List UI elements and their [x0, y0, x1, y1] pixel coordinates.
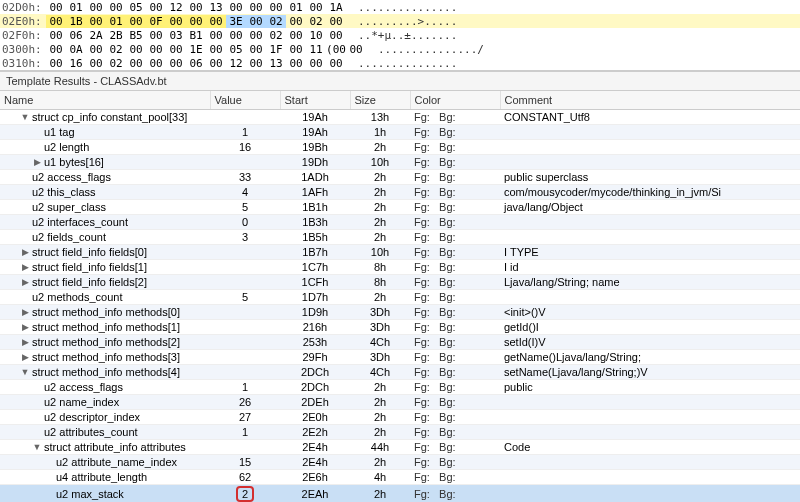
hex-byte[interactable]: 00: [346, 43, 366, 56]
hex-byte[interactable]: 00: [286, 29, 306, 42]
hex-byte[interactable]: 00: [46, 57, 66, 70]
hex-byte[interactable]: 1A: [326, 1, 346, 14]
hex-byte[interactable]: 12: [166, 1, 186, 14]
hex-byte[interactable]: 00: [86, 15, 106, 28]
hex-byte[interactable]: 05: [226, 43, 246, 56]
hex-byte[interactable]: 00: [146, 29, 166, 42]
hex-byte[interactable]: 00: [226, 1, 246, 14]
table-row[interactable]: u2 descriptor_index272E0h2hFg: Bg:: [0, 410, 800, 425]
col-header-name[interactable]: Name: [0, 91, 210, 110]
table-row[interactable]: ▼struct attribute_info attributes2E4h44h…: [0, 440, 800, 455]
hex-byte[interactable]: 1B: [66, 15, 86, 28]
hex-byte[interactable]: 1F: [266, 43, 286, 56]
table-row[interactable]: ▶struct field_info fields[1]1C7h8hFg: Bg…: [0, 260, 800, 275]
hex-byte[interactable]: 00: [186, 15, 206, 28]
hex-byte[interactable]: 1E: [186, 43, 206, 56]
table-row[interactable]: u2 access_flags331ADh2hFg: Bg:public sup…: [0, 170, 800, 185]
hex-byte[interactable]: 00: [86, 1, 106, 14]
table-row[interactable]: u2 attributes_count12E2h2hFg: Bg:: [0, 425, 800, 440]
template-results-table[interactable]: Name Value Start Size Color Comment ▼str…: [0, 91, 800, 502]
hex-byte[interactable]: 00: [166, 57, 186, 70]
hex-byte[interactable]: B5: [126, 29, 146, 42]
hex-byte[interactable]: 00: [206, 43, 226, 56]
table-row[interactable]: u2 access_flags12DCh2hFg: Bg:public: [0, 380, 800, 395]
hex-byte[interactable]: 00: [326, 29, 346, 42]
hex-row[interactable]: 02D0h:00010000050012001300000001001A....…: [0, 0, 800, 14]
disclosure-toggle[interactable]: ▶: [20, 322, 30, 332]
hex-byte[interactable]: 12: [226, 57, 246, 70]
hex-byte[interactable]: 00: [86, 57, 106, 70]
hex-byte[interactable]: B1: [186, 29, 206, 42]
col-header-comment[interactable]: Comment: [500, 91, 800, 110]
hex-byte[interactable]: 02: [306, 15, 326, 28]
hex-byte[interactable]: 01: [286, 1, 306, 14]
table-row[interactable]: ▶struct method_info methods[1]216h3DhFg:…: [0, 320, 800, 335]
disclosure-toggle[interactable]: ▶: [20, 352, 30, 362]
hex-row[interactable]: 02E0h:001B0001000F0000003E0002000200....…: [0, 14, 800, 28]
hex-byte[interactable]: 00: [326, 57, 346, 70]
disclosure-toggle[interactable]: ▼: [20, 367, 30, 377]
table-row[interactable]: u4 attribute_length622E6h4hFg: Bg:: [0, 470, 800, 485]
hex-viewer[interactable]: 02D0h:00010000050012001300000001001A....…: [0, 0, 800, 71]
table-row[interactable]: u1 tag119Ah1hFg: Bg:: [0, 125, 800, 140]
hex-byte[interactable]: 00: [246, 43, 266, 56]
hex-byte[interactable]: 0A: [66, 43, 86, 56]
col-header-color[interactable]: Color: [410, 91, 500, 110]
disclosure-toggle[interactable]: ▶: [20, 247, 30, 257]
disclosure-toggle[interactable]: ▼: [32, 442, 42, 452]
hex-byte[interactable]: 3E: [226, 15, 246, 28]
hex-byte[interactable]: 2A: [86, 29, 106, 42]
hex-byte[interactable]: 00: [146, 57, 166, 70]
hex-byte[interactable]: 00: [286, 43, 306, 56]
hex-byte[interactable]: 00: [146, 43, 166, 56]
hex-byte[interactable]: (00: [326, 43, 346, 56]
hex-byte[interactable]: 00: [306, 57, 326, 70]
hex-byte[interactable]: 00: [166, 43, 186, 56]
disclosure-toggle[interactable]: ▶: [20, 307, 30, 317]
hex-byte[interactable]: 00: [186, 1, 206, 14]
hex-byte[interactable]: 03: [166, 29, 186, 42]
table-row[interactable]: ▶struct field_info fields[2]1CFh8hFg: Bg…: [0, 275, 800, 290]
table-row[interactable]: ▼struct method_info methods[4]2DCh4ChFg:…: [0, 365, 800, 380]
disclosure-toggle[interactable]: ▼: [20, 112, 30, 122]
hex-byte[interactable]: 06: [66, 29, 86, 42]
table-row[interactable]: u2 name_index262DEh2hFg: Bg:: [0, 395, 800, 410]
table-row[interactable]: ▶struct method_info methods[2]253h4ChFg:…: [0, 335, 800, 350]
hex-byte[interactable]: 00: [206, 15, 226, 28]
hex-byte[interactable]: 00: [126, 57, 146, 70]
hex-row[interactable]: 0300h:000A00020000001E0005001F0011(0000.…: [0, 42, 800, 56]
table-row[interactable]: ▶struct method_info methods[3]29Fh3DhFg:…: [0, 350, 800, 365]
hex-byte[interactable]: 00: [206, 57, 226, 70]
hex-byte[interactable]: 00: [246, 15, 266, 28]
hex-byte[interactable]: 05: [126, 1, 146, 14]
table-row[interactable]: u2 super_class51B1h2hFg: Bg:java/lang/Ob…: [0, 200, 800, 215]
table-row[interactable]: ▼struct cp_info constant_pool[33]19Ah13h…: [0, 110, 800, 125]
disclosure-toggle[interactable]: ▶: [20, 262, 30, 272]
hex-byte[interactable]: 00: [46, 15, 66, 28]
hex-byte[interactable]: 00: [86, 43, 106, 56]
hex-byte[interactable]: 06: [186, 57, 206, 70]
hex-byte[interactable]: 00: [226, 29, 246, 42]
hex-byte[interactable]: 00: [306, 1, 326, 14]
hex-byte[interactable]: 00: [326, 15, 346, 28]
hex-row[interactable]: 0310h:001600020000000600120013000000....…: [0, 56, 800, 70]
hex-byte[interactable]: 00: [146, 1, 166, 14]
hex-byte[interactable]: 13: [206, 1, 226, 14]
hex-byte[interactable]: 02: [266, 15, 286, 28]
table-row[interactable]: u2 fields_count31B5h2hFg: Bg:: [0, 230, 800, 245]
hex-byte[interactable]: 00: [286, 15, 306, 28]
table-row[interactable]: ▶struct method_info methods[0]1D9h3DhFg:…: [0, 305, 800, 320]
hex-byte[interactable]: 16: [66, 57, 86, 70]
table-row[interactable]: u2 attribute_name_index152E4h2hFg: Bg:: [0, 455, 800, 470]
col-header-size[interactable]: Size: [350, 91, 410, 110]
hex-byte[interactable]: 2B: [106, 29, 126, 42]
disclosure-toggle[interactable]: ▶: [20, 337, 30, 347]
hex-byte[interactable]: 00: [286, 57, 306, 70]
hex-byte[interactable]: 11: [306, 43, 326, 56]
hex-byte[interactable]: 02: [106, 43, 126, 56]
hex-byte[interactable]: 00: [46, 43, 66, 56]
hex-byte[interactable]: 02: [266, 29, 286, 42]
hex-byte[interactable]: 00: [246, 57, 266, 70]
hex-byte[interactable]: 00: [106, 1, 126, 14]
table-row[interactable]: u2 length1619Bh2hFg: Bg:: [0, 140, 800, 155]
